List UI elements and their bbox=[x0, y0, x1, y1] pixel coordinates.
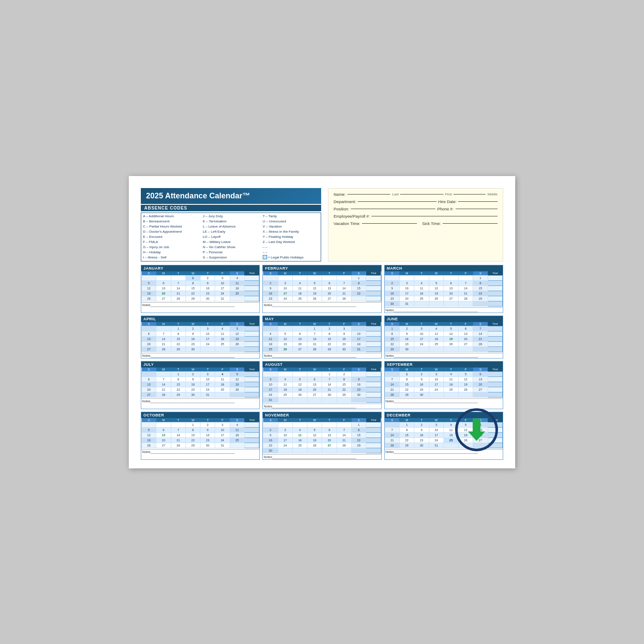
col-header-total-7: Total bbox=[366, 271, 381, 276]
col-header-t-4: T bbox=[322, 271, 337, 276]
month-may: MAYSMTWTFSTotal1234567891011121314151617… bbox=[262, 316, 381, 358]
day-cell: 19 bbox=[142, 437, 156, 443]
day-cell: 19 bbox=[292, 387, 307, 392]
total-cell bbox=[244, 432, 259, 437]
week-row: 12345 bbox=[142, 371, 259, 377]
day-cell: 5 bbox=[444, 326, 458, 331]
day-cell bbox=[142, 422, 156, 427]
day-cell: 22 bbox=[352, 291, 366, 296]
day-cell: 11 bbox=[444, 377, 458, 382]
day-cell bbox=[278, 326, 292, 331]
total-cell bbox=[488, 291, 502, 296]
day-cell: 3 bbox=[278, 280, 292, 286]
name-label: Name: bbox=[334, 192, 346, 197]
day-cell: 28 bbox=[385, 443, 399, 448]
col-header-s-6: S bbox=[230, 418, 244, 422]
day-cell: 12 bbox=[429, 286, 444, 291]
absence-codes-header: ABSENCE CODES bbox=[141, 205, 321, 211]
day-cell: 1 bbox=[185, 275, 200, 280]
col-header-s-0: S bbox=[385, 322, 399, 326]
day-cell: 24 bbox=[399, 296, 414, 301]
day-cell: 30 bbox=[200, 443, 215, 448]
day-cell: 7 bbox=[459, 280, 473, 286]
day-cell: 27 bbox=[322, 296, 337, 301]
col-header-t-4: T bbox=[444, 271, 458, 276]
total-cell bbox=[244, 387, 259, 392]
cal-table-may: SMTWTFSTotal1234567891011121314151617181… bbox=[263, 322, 381, 352]
day-cell: 9 bbox=[414, 427, 429, 432]
day-cell: 6 bbox=[307, 377, 322, 382]
day-cell: 18 bbox=[278, 387, 292, 392]
total-cell bbox=[244, 422, 259, 427]
day-cell: 14 bbox=[459, 286, 473, 291]
day-cell: 29 bbox=[352, 443, 366, 448]
day-cell: 2 bbox=[263, 280, 278, 286]
day-cell: 16 bbox=[414, 432, 429, 437]
day-cell: 12 bbox=[230, 377, 244, 382]
week-row: 1234567 bbox=[385, 326, 502, 331]
month-title-july: JULY bbox=[141, 361, 259, 368]
total-cell bbox=[366, 397, 381, 402]
day-cell bbox=[473, 346, 488, 352]
day-cell bbox=[230, 392, 244, 397]
day-cell: 15 bbox=[399, 382, 414, 387]
day-cell: 25 bbox=[215, 341, 230, 346]
day-cell: 30 bbox=[185, 346, 200, 352]
total-cell bbox=[366, 427, 381, 432]
week-row: 25262728293031 bbox=[263, 346, 381, 352]
day-cell: 20 bbox=[459, 336, 473, 341]
col-header-f-5: F bbox=[215, 368, 230, 372]
week-row: 6789101112 bbox=[142, 377, 259, 382]
day-cell: 26 bbox=[230, 387, 244, 392]
day-cell: 8 bbox=[385, 331, 399, 336]
day-cell bbox=[171, 422, 185, 427]
day-cell: 13 bbox=[473, 377, 488, 382]
day-cell: 19 bbox=[429, 291, 444, 296]
day-cell: 14 bbox=[307, 336, 322, 341]
day-cell: 2 bbox=[200, 422, 215, 427]
day-cell bbox=[352, 448, 366, 453]
day-cell bbox=[459, 275, 473, 280]
total-cell bbox=[366, 448, 381, 453]
day-cell: 3 bbox=[429, 371, 444, 377]
month-march: MARCHSMTWTFSTotal12345678910111213141516… bbox=[384, 265, 503, 313]
day-cell: 29 bbox=[399, 392, 414, 397]
col-header-total-7: Total bbox=[244, 418, 259, 422]
day-cell: 22 bbox=[399, 437, 414, 443]
total-cell bbox=[488, 301, 502, 306]
day-cell: 26 bbox=[292, 392, 307, 397]
col-header-t-4: T bbox=[322, 418, 337, 422]
week-row: 2930 bbox=[385, 346, 502, 352]
day-cell: 15 bbox=[171, 336, 185, 341]
month-title-february: FEBRUARY bbox=[263, 265, 381, 271]
cal-table-january: SMTWTFSTotal1234567891011121314151617181… bbox=[141, 271, 259, 301]
col-header-t-2: T bbox=[292, 271, 307, 276]
day-cell: 14 bbox=[171, 286, 185, 291]
day-cell: 20 bbox=[322, 437, 337, 443]
day-cell: 29 bbox=[385, 346, 399, 352]
day-cell: 8 bbox=[185, 280, 200, 286]
day-cell: 8 bbox=[185, 427, 200, 432]
day-cell bbox=[352, 296, 366, 301]
day-cell: 1 bbox=[171, 371, 185, 377]
week-row: 1234 bbox=[142, 275, 259, 280]
day-cell bbox=[352, 326, 366, 331]
day-cell: 15 bbox=[352, 286, 366, 291]
day-cell: 2 bbox=[322, 326, 337, 331]
day-cell: 6 bbox=[473, 371, 488, 377]
col-header-s-6: S bbox=[473, 368, 488, 372]
day-cell: 17 bbox=[200, 336, 215, 341]
day-cell: 28 bbox=[156, 346, 171, 352]
day-cell bbox=[399, 275, 414, 280]
day-cell: 17 bbox=[200, 382, 215, 387]
day-cell: 4 bbox=[263, 331, 278, 336]
day-cell: 29 bbox=[171, 346, 185, 352]
day-cell: 3 bbox=[399, 280, 414, 286]
total-cell bbox=[244, 382, 259, 387]
day-cell: 21 bbox=[459, 291, 473, 296]
download-overlay[interactable] bbox=[455, 408, 502, 456]
day-cell: 4 bbox=[292, 280, 307, 286]
day-cell: 10 bbox=[263, 382, 278, 387]
day-cell: 22 bbox=[185, 291, 200, 296]
day-cell: 31 bbox=[215, 296, 230, 301]
